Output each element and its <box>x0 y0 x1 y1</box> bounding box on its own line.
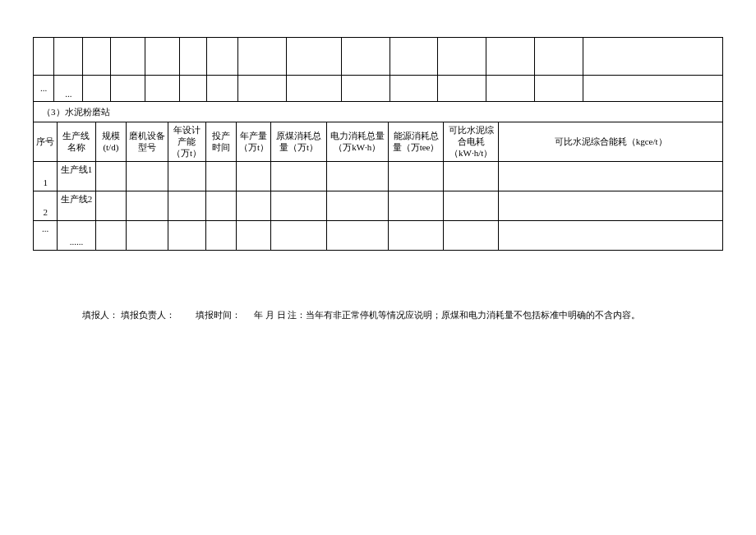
header-cement-energy: 可比水泥综合能耗（kgce/t） <box>499 122 723 161</box>
header-coal: 原煤消耗总量（万t） <box>271 122 326 161</box>
table-row <box>34 38 723 76</box>
section-title: （3）水泥粉磨站 <box>34 102 723 122</box>
footer-note: 注：当年有非正常停机等情况应说明；原煤和电力消耗量不包括标准中明确的不含内容。 <box>288 310 640 320</box>
table-row: ... ... <box>34 76 723 102</box>
header-cement-elec: 可比水泥综合电耗（kW·h/t） <box>444 122 499 161</box>
row-num: ... <box>34 220 58 250</box>
row-name: ...... <box>58 220 95 250</box>
header-prod-time: 投产时间 <box>205 122 237 161</box>
header-output: 年产量（万t） <box>237 122 271 161</box>
header-energy: 能源消耗总量（万tee） <box>389 122 444 161</box>
row-num: 1 <box>34 161 58 191</box>
section-title-row: （3）水泥粉磨站 <box>34 102 723 122</box>
header-seq: 序号 <box>34 122 58 161</box>
upper-table-fragment: ... ... <box>33 37 723 102</box>
header-power: 电力消耗总量（万kW·h） <box>326 122 389 161</box>
main-table: （3）水泥粉磨站 序号 生产线名称 规模(t/d) 磨机设备型号 年设计产能（万… <box>33 102 723 251</box>
footer-time: 填报时间： <box>196 310 241 320</box>
table-header-row: 序号 生产线名称 规模(t/d) 磨机设备型号 年设计产能（万t） 投产时间 年… <box>34 122 723 161</box>
table-row: 2 生产线2 <box>34 191 723 220</box>
row-name: 生产线1 <box>58 161 95 191</box>
header-scale: 规模(t/d) <box>95 122 127 161</box>
header-mill-model: 磨机设备型号 <box>127 122 168 161</box>
ellipsis-cell: ... <box>54 76 83 102</box>
table-row: 1 生产线1 <box>34 161 723 191</box>
row-name: 生产线2 <box>58 191 95 220</box>
row-num: 2 <box>34 191 58 220</box>
footer-text: 填报人： 填报负责人： 填报时间： 年 月 日 注：当年有非正常停机等情况应说明… <box>33 308 723 323</box>
footer-reporter: 填报人： <box>82 310 118 320</box>
ellipsis-cell: ... <box>34 76 54 102</box>
header-line-name: 生产线名称 <box>58 122 95 161</box>
header-design-capacity: 年设计产能（万t） <box>168 122 205 161</box>
footer-date: 年 月 日 <box>254 310 286 320</box>
footer-responsible: 填报负责人： <box>121 310 175 320</box>
table-row: ... ...... <box>34 220 723 250</box>
